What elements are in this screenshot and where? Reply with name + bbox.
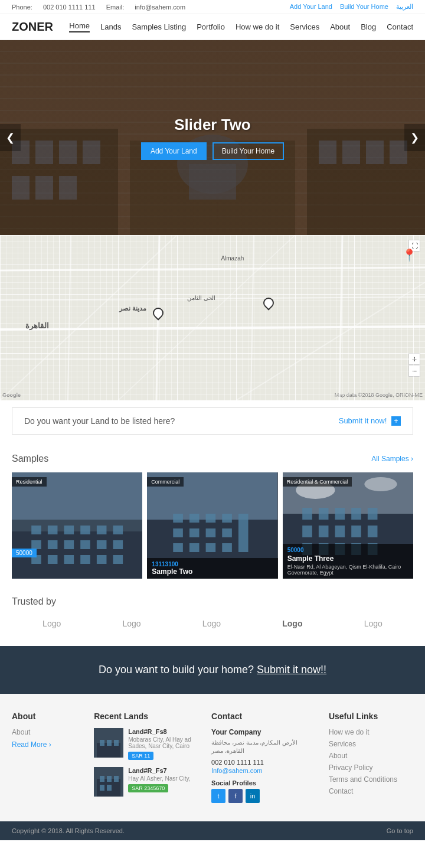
svg-line-16: [0, 267, 425, 270]
logo[interactable]: ZONER: [12, 20, 53, 34]
build-your-home-toplink[interactable]: Build Your Home: [340, 3, 388, 10]
sample-2-badge: Commercial: [147, 477, 184, 487]
main-nav: Home Lands Samples Listing Portfolio How…: [69, 21, 413, 32]
map-roads-svg: [0, 235, 425, 400]
recent-land-1-thumb: [94, 728, 123, 758]
cta-text: Do you want to build your home?: [99, 664, 254, 676]
nav-samples-listing[interactable]: Samples Listing: [132, 22, 186, 31]
top-bar: Phone: 002 010 1111 111 Email: info@sahe…: [0, 0, 425, 14]
footer: About About Read More › Recent Lands: [0, 694, 425, 821]
nav-portfolio[interactable]: Portfolio: [197, 22, 225, 31]
contact-email[interactable]: Info@sahem.com: [211, 767, 262, 774]
svg-rect-94: [100, 785, 104, 791]
nav-services[interactable]: Services: [290, 22, 319, 31]
footer-read-more-link[interactable]: Read More ›: [12, 740, 51, 749]
map-label-cairo: القاهرة: [25, 321, 49, 330]
hero-content: Slider Two Add Your Land Build Your Home: [141, 116, 284, 160]
svg-rect-32: [64, 526, 74, 534]
email-label: Email:: [106, 4, 125, 11]
sample-3-name: Sample Three: [287, 554, 408, 563]
sample-1-badge: Residential: [12, 477, 47, 487]
svg-line-18: [0, 327, 425, 329]
svg-point-68: [364, 477, 397, 491]
nav-lands[interactable]: Lands: [100, 22, 121, 31]
useful-link-about[interactable]: About: [329, 752, 413, 760]
cta-submit-link[interactable]: Submit it now!!: [257, 664, 326, 676]
map-label-district8: الحي الثامن: [187, 295, 215, 301]
phone-label: Phone:: [12, 4, 32, 11]
nav-how-we-do-it[interactable]: How we do it: [236, 22, 279, 31]
recent-land-2-addr: Hay Al Asher, Nasr City,: [128, 775, 200, 782]
useful-link-terms[interactable]: Terms and Conditions: [329, 775, 413, 784]
sample-card-2[interactable]: Commercial 13113100 Sample Two: [147, 472, 277, 579]
phone-number: 002 010 1111 111: [43, 4, 96, 11]
trusted-logo-1: Logo: [42, 619, 61, 628]
read-more-label: Read More: [12, 740, 47, 749]
recent-land-2-name: Land#R_Fs7: [128, 767, 200, 774]
facebook-icon[interactable]: f: [228, 789, 243, 803]
svg-rect-56: [189, 528, 200, 537]
svg-rect-95: [107, 785, 112, 791]
arabic-link[interactable]: العربية: [396, 3, 413, 10]
svg-rect-86: [100, 740, 104, 746]
svg-rect-46: [97, 555, 107, 564]
svg-rect-33: [80, 526, 90, 534]
hero-build-home-button[interactable]: Build Your Home: [212, 142, 284, 160]
all-samples-arrow: ›: [411, 455, 413, 463]
useful-link-privacy-policy[interactable]: Privacy Policy: [329, 763, 413, 772]
nav-about[interactable]: About: [330, 22, 350, 31]
svg-rect-61: [206, 543, 216, 552]
nav-home[interactable]: Home: [69, 21, 90, 32]
contact-phone: 002 010 1111 111: [211, 759, 317, 766]
sample-card-1[interactable]: Residential 50000: [12, 472, 142, 579]
footer-about-link[interactable]: About: [12, 728, 82, 736]
social-icons: t f in: [211, 789, 317, 803]
svg-rect-62: [223, 543, 233, 552]
contact-company: Your Company: [211, 728, 317, 736]
footer-useful-links-title: Useful Links: [329, 712, 413, 721]
svg-rect-57: [206, 528, 216, 537]
submit-now-link[interactable]: Submit it now!: [339, 416, 387, 425]
useful-link-how-we-do-it[interactable]: How we do it: [329, 728, 413, 736]
sample-3-address: El-Nasr Rd, Al Abageyan, Qism El-Khalifa…: [287, 564, 408, 576]
twitter-icon[interactable]: t: [211, 789, 225, 803]
add-your-land-toplink[interactable]: Add Your Land: [290, 3, 332, 10]
recent-land-1-thumb-svg: [94, 728, 123, 758]
svg-rect-36: [31, 540, 41, 549]
map-area[interactable]: Almazah الحي الثامن مدينة نصر القاهرة 📍 …: [0, 235, 425, 400]
svg-rect-2: [35, 141, 53, 164]
svg-rect-72: [351, 508, 361, 520]
sample-1-building-svg: [12, 472, 142, 579]
recent-land-item-1: Land#R_Fs8 Mobaras City, Al Hay ad Sades…: [94, 728, 200, 760]
svg-rect-14: [366, 141, 384, 164]
map-pin-icon: 📍: [402, 248, 417, 262]
useful-link-contact[interactable]: Contact: [329, 787, 413, 795]
linkedin-icon[interactable]: in: [246, 789, 260, 803]
hero-title: Slider Two: [141, 116, 284, 134]
sample-3-price: 50000: [287, 547, 408, 553]
slider-next-button[interactable]: ❯: [404, 124, 425, 151]
svg-rect-39: [80, 540, 90, 549]
trusted-logo-5: Logo: [364, 619, 382, 628]
trusted-title: Trusted by: [12, 596, 413, 607]
samples-grid: Residential 50000: [12, 472, 413, 579]
svg-rect-58: [223, 528, 233, 537]
useful-link-services[interactable]: Services: [329, 740, 413, 748]
cta-banner: Do you want to build your home? Submit i…: [0, 646, 425, 694]
slider-prev-button[interactable]: ❮: [0, 124, 21, 151]
hero-buttons: Add Your Land Build Your Home: [141, 142, 284, 160]
go-to-top-link[interactable]: Go to top: [387, 827, 413, 834]
nav-contact[interactable]: Contact: [387, 22, 413, 31]
all-samples-link[interactable]: All Samples ›: [371, 455, 413, 463]
svg-rect-75: [319, 526, 329, 537]
top-bar-contact: Phone: 002 010 1111 111 Email: info@sahe…: [12, 4, 194, 11]
svg-rect-91: [100, 776, 104, 782]
svg-rect-47: [113, 555, 123, 564]
svg-rect-53: [206, 514, 216, 523]
sample-card-3[interactable]: Residential & Commercial 50000 Sample Th…: [283, 472, 413, 579]
nav-blog[interactable]: Blog: [361, 22, 376, 31]
svg-rect-87: [107, 740, 112, 746]
svg-rect-6: [35, 176, 53, 200]
hero-add-land-button[interactable]: Add Your Land: [141, 142, 207, 160]
svg-rect-43: [48, 555, 58, 564]
